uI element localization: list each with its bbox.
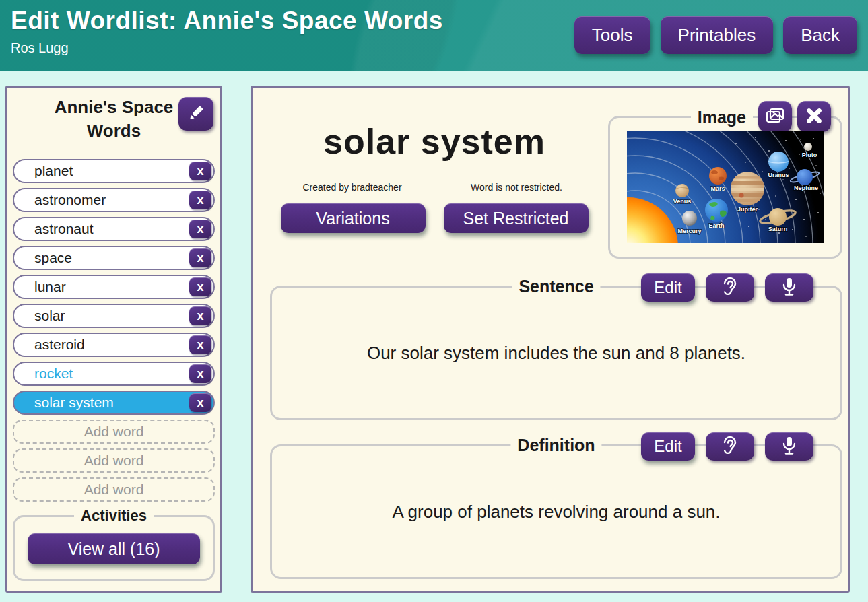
word-title: solar system (270, 121, 599, 162)
planet-label: Venus (673, 198, 692, 205)
edit-wordlist-name-button[interactable] (178, 97, 213, 131)
remove-word-button[interactable]: x (189, 162, 211, 180)
word-item-planet[interactable]: planet x (13, 159, 215, 183)
picture-icon (765, 106, 785, 127)
add-word-button[interactable]: Add word (13, 477, 215, 502)
sentence-section: Sentence Edit (270, 286, 842, 420)
activities-section: Activities View all (16) (13, 515, 215, 581)
restricted-status-text: Word is not restricted. (434, 182, 599, 193)
word-item-astronaut[interactable]: astronaut x (13, 217, 215, 241)
set-restricted-button[interactable]: Set Restricted (444, 203, 589, 233)
word-image-solar-system: Mercury Venus Earth Mars Jupiter Saturn … (627, 131, 824, 243)
word-item-rocket[interactable]: rocket x (13, 362, 215, 386)
word-label: astronomer (34, 192, 106, 208)
remove-word-button[interactable]: x (189, 248, 211, 267)
word-item-asteroid[interactable]: asteroid x (13, 333, 215, 357)
remove-word-button[interactable]: x (189, 220, 211, 238)
close-icon (805, 107, 823, 127)
remove-image-button[interactable] (797, 101, 831, 132)
add-word-button[interactable]: Add word (13, 448, 215, 473)
wordlist-sidebar: Annie's Space Words planet x astronomer … (5, 86, 222, 593)
remove-word-button[interactable]: x (189, 364, 211, 383)
word-item-astronomer[interactable]: astronomer x (13, 188, 215, 212)
wordlist-title-row: Annie's Space Words (13, 94, 215, 159)
word-label: asteroid (34, 337, 85, 353)
word-label: planet (34, 163, 73, 179)
word-label: astronaut (34, 221, 94, 237)
definition-section: Definition Edit (270, 444, 842, 579)
word-detail-panel: solar system Created by bradteacher Word… (251, 86, 850, 593)
remove-word-button[interactable]: x (189, 306, 211, 325)
planet-label: Pluto (802, 152, 817, 158)
word-label: space (34, 250, 72, 266)
word-info: solar system Created by bradteacher Word… (270, 101, 599, 259)
word-item-lunar[interactable]: lunar x (13, 275, 215, 299)
planet-label: Uranus (768, 172, 789, 178)
definition-content: A group of planets revolving around a su… (272, 446, 840, 577)
change-image-button[interactable] (758, 101, 792, 132)
created-by-text: Created by bradteacher (270, 182, 434, 193)
wordlist-title: Annie's Space Words (45, 96, 182, 143)
sentence-text: Our solar system includes the sun and 8 … (367, 343, 745, 364)
activities-legend: Activities (74, 507, 154, 525)
word-label: solar system (34, 395, 114, 411)
planet-label: Earth (708, 222, 724, 229)
remove-word-button[interactable]: x (189, 393, 211, 412)
planet-label: Saturn (768, 226, 788, 232)
variations-button[interactable]: Variations (281, 203, 426, 233)
planet-label: Neptune (794, 185, 818, 191)
header: Edit Wordlist: Annie's Space Words Ros L… (0, 0, 868, 71)
remove-word-button[interactable]: x (189, 335, 211, 354)
tools-button[interactable]: Tools (574, 16, 650, 54)
word-item-solar[interactable]: solar x (13, 304, 215, 328)
back-button[interactable]: Back (783, 16, 857, 54)
planet-label: Mars (710, 185, 725, 192)
sentence-content: Our solar system includes the sun and 8 … (272, 288, 840, 418)
word-item-solar-system[interactable]: solar system x (13, 391, 215, 415)
image-section: Image (608, 116, 842, 259)
definition-text: A group of planets revolving around a su… (392, 502, 720, 523)
planet-label: Mercury (677, 228, 701, 234)
pencil-icon (187, 104, 205, 125)
image-legend: Image (691, 108, 753, 127)
content-area: Annie's Space Words planet x astronomer … (0, 71, 868, 602)
remove-word-button[interactable]: x (189, 191, 211, 209)
add-word-button[interactable]: Add word (13, 420, 215, 444)
view-all-activities-button[interactable]: View all (16) (28, 533, 200, 564)
word-label: lunar (34, 279, 66, 295)
word-label: solar (34, 308, 65, 324)
header-buttons: Tools Printables Back (574, 16, 857, 54)
word-item-space[interactable]: space x (13, 246, 215, 270)
printables-button[interactable]: Printables (661, 16, 774, 54)
word-detail-top: solar system Created by bradteacher Word… (270, 101, 842, 259)
word-list: planet x astronomer x astronaut x space … (13, 159, 215, 502)
word-meta: Created by bradteacher Word is not restr… (270, 182, 599, 193)
planet-label: Jupiter (737, 206, 758, 213)
remove-word-button[interactable]: x (189, 277, 211, 296)
word-label: rocket (34, 366, 73, 382)
